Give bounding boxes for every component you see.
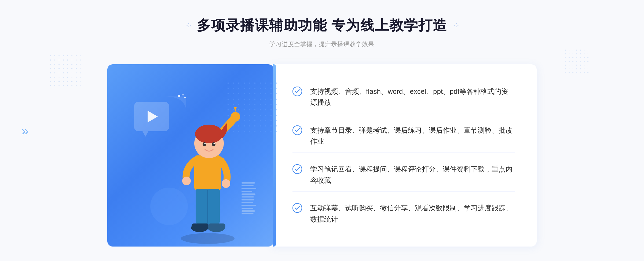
feature-text-1: 支持视频、音频、flash、word、excel、ppt、pdf等各种格式的资源… — [310, 86, 515, 108]
vertical-stripe-decoration — [273, 64, 276, 247]
character-illustration — [165, 96, 251, 247]
page-subtitle: 学习进度全掌握，提升录播课教学效果 — [185, 40, 459, 48]
check-icon-4 — [292, 203, 302, 213]
svg-rect-13 — [192, 223, 209, 229]
svg-point-20 — [293, 87, 302, 96]
check-icon-3 — [292, 164, 302, 174]
svg-point-8 — [222, 179, 230, 188]
main-content: 支持视频、音频、flash、word、excel、ppt、pdf等各种格式的资源… — [107, 64, 537, 247]
check-icon-1 — [292, 87, 302, 96]
feature-item-2: 支持章节目录、弹题考试、课后练习、课后作业、章节测验、批改作业 — [292, 120, 515, 153]
check-icon-2 — [292, 125, 302, 135]
header-title-wrapper: ⁘ 多项录播课辅助功能 专为线上教学打造 ⁘ — [185, 16, 459, 35]
illustration-card — [107, 64, 274, 247]
header-decorator-left: ⁘ — [185, 20, 191, 31]
dots-decoration-left — [48, 54, 80, 86]
svg-point-4 — [230, 112, 240, 122]
feature-item-3: 学习笔记回看、课程提问、课程评论打分、课件资料下载，重点内容收藏 — [292, 158, 515, 192]
feature-item-4: 互动弹幕、试听购买、微信分享、观看次数限制、学习进度跟踪、数据统计 — [292, 197, 515, 230]
svg-rect-5 — [194, 155, 221, 190]
play-bubble — [134, 102, 169, 131]
svg-point-19 — [214, 143, 215, 144]
svg-point-22 — [293, 165, 302, 174]
svg-point-3 — [181, 233, 235, 244]
svg-point-17 — [212, 142, 215, 146]
svg-point-23 — [293, 203, 302, 212]
feature-text-4: 互动弹幕、试听购买、微信分享、观看次数限制、学习进度跟踪、数据统计 — [310, 203, 515, 225]
header-section: ⁘ 多项录播课辅助功能 专为线上教学打造 ⁘ 学习进度全掌握，提升录播课教学效果 — [185, 16, 459, 48]
svg-point-21 — [293, 126, 302, 135]
svg-point-7 — [195, 125, 223, 143]
dots-decoration-right — [564, 48, 590, 75]
svg-point-16 — [203, 142, 206, 146]
page-title: 多项录播课辅助功能 专为线上教学打造 — [197, 16, 447, 35]
play-icon — [148, 111, 158, 122]
feature-item-1: 支持视频、音频、flash、word、excel、ppt、pdf等各种格式的资源… — [292, 81, 515, 114]
svg-point-18 — [204, 143, 206, 144]
svg-point-1 — [182, 94, 184, 96]
svg-rect-15 — [208, 223, 225, 229]
feature-text-2: 支持章节目录、弹题考试、课后练习、课后作业、章节测验、批改作业 — [310, 125, 515, 147]
features-card: 支持视频、音频、flash、word、excel、ppt、pdf等各种格式的资源… — [271, 64, 537, 247]
chevron-left-icon: » — [21, 123, 29, 138]
page-container: » ⁘ 多项录播课辅助功能 专为线上教学打造 ⁘ 学习进度全掌握，提升录播课教学… — [0, 0, 644, 261]
header-decorator-right: ⁘ — [453, 20, 459, 31]
feature-text-3: 学习笔记回看、课程提问、课程评论打分、课件资料下载，重点内容收藏 — [310, 164, 515, 186]
svg-point-9 — [182, 177, 191, 185]
